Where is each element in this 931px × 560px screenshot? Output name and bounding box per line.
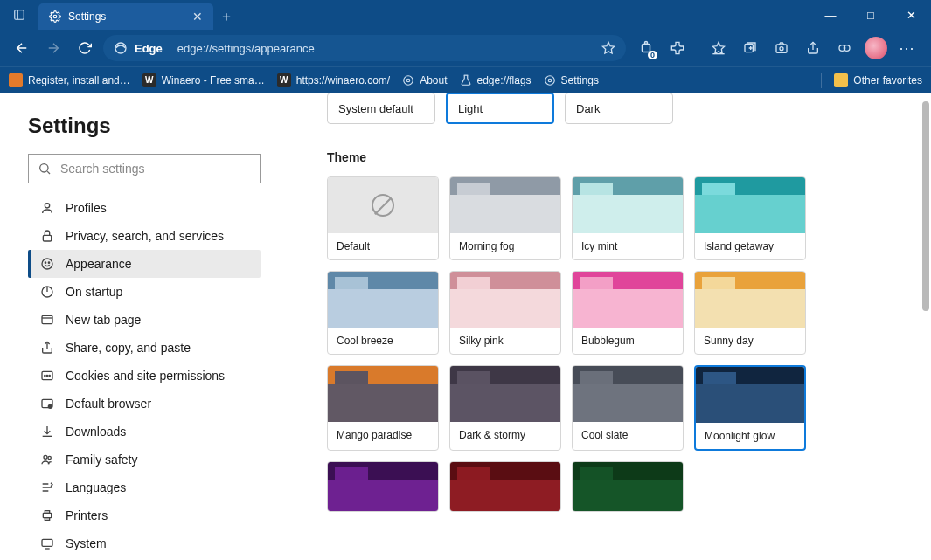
theme-card[interactable]: Bubblegum (572, 271, 684, 355)
color-mode-dark[interactable]: Dark (565, 93, 673, 124)
performance-button[interactable] (830, 35, 859, 61)
theme-card[interactable]: Morning fog (449, 176, 561, 260)
bookmark-label: Settings (561, 74, 599, 86)
bookmark-item[interactable]: Register, install and… (9, 73, 130, 87)
theme-card[interactable]: Default (327, 176, 439, 260)
sidebar-item-languages[interactable]: Languages (28, 474, 261, 501)
maximize-button[interactable]: □ (851, 0, 891, 30)
sidebar-item-icon (39, 201, 55, 215)
sidebar-item-profiles[interactable]: Profiles (28, 194, 261, 222)
edge-logo-icon (114, 41, 128, 55)
sidebar-item-downloads[interactable]: Downloads (28, 418, 261, 446)
search-input[interactable]: Search settings (28, 154, 261, 183)
other-favorites[interactable]: Other favorites (834, 73, 922, 87)
sidebar-item-share-copy-and-paste[interactable]: Share, copy, and paste (28, 334, 261, 362)
address-brand: Edge (135, 42, 163, 55)
svg-rect-29 (42, 315, 52, 323)
theme-label: Island getaway (695, 233, 805, 259)
theme-card[interactable]: Icy mint (572, 176, 684, 260)
content-scrollbar-thumb[interactable] (922, 101, 929, 311)
collections-button[interactable] (735, 35, 765, 61)
back-button[interactable] (9, 35, 35, 61)
theme-preview (450, 462, 560, 512)
bookmark-item[interactable]: About (402, 74, 447, 86)
content-scrollbar-track[interactable] (919, 93, 931, 560)
theme-card[interactable]: Moonlight glow (694, 365, 806, 451)
browser-toolbar: Edge edge://settings/appearance 0 ⋯ (0, 30, 931, 66)
theme-preview (328, 272, 438, 328)
extensions-button[interactable]: 0 (631, 35, 661, 61)
forward-button[interactable] (40, 35, 66, 61)
svg-rect-43 (45, 518, 49, 521)
favorite-star-icon[interactable] (601, 41, 615, 55)
svg-point-18 (548, 79, 552, 82)
gear-icon (402, 74, 414, 86)
search-icon (38, 162, 52, 176)
svg-point-35 (49, 375, 50, 376)
sidebar-item-icon (39, 508, 55, 522)
bookmark-item[interactable]: Settings (544, 74, 599, 86)
sidebar-item-label: Cookies and site permissions (66, 369, 225, 383)
theme-card[interactable]: Sunny day (694, 271, 806, 355)
extensions-menu-button[interactable] (663, 35, 692, 61)
sidebar-item-label: Family safety (66, 453, 137, 467)
screenshot-button[interactable] (767, 35, 796, 61)
sidebar-item-label: Profiles (66, 201, 107, 215)
bookmark-item[interactable]: edge://flags (460, 74, 532, 86)
bookmark-label: https://winaero.com/ (296, 74, 390, 86)
theme-card[interactable]: Cool slate (572, 365, 684, 451)
theme-card[interactable] (449, 461, 561, 512)
svg-rect-41 (43, 513, 51, 517)
sidebar-item-new-tab-page[interactable]: New tab page (28, 306, 261, 334)
browser-tab[interactable]: Settings ✕ (38, 3, 213, 30)
color-mode-light[interactable]: Light (446, 93, 554, 124)
app-menu-button[interactable]: ⋯ (893, 35, 922, 61)
sidebar-item-printers[interactable]: Printers (28, 501, 261, 529)
sidebar-item-appearance[interactable]: Appearance (28, 250, 261, 278)
theme-label: Sunny day (695, 328, 805, 354)
favorites-button[interactable] (704, 35, 733, 61)
theme-preview (573, 272, 683, 328)
theme-preview (328, 462, 438, 512)
minimize-button[interactable]: — (810, 0, 851, 30)
bookmark-favicon (9, 73, 23, 87)
address-bar[interactable]: Edge edge://settings/appearance (103, 35, 626, 61)
sidebar-item-default-browser[interactable]: Default browser (28, 390, 261, 418)
theme-card[interactable]: Dark & stormy (449, 365, 561, 451)
new-tab-button[interactable]: ＋ (213, 3, 240, 30)
theme-card[interactable]: Mango paradise (327, 365, 439, 451)
svg-line-21 (47, 171, 50, 174)
theme-heading: Theme (327, 150, 910, 164)
page-title: Settings (28, 114, 288, 138)
svg-rect-23 (43, 235, 51, 241)
theme-card[interactable] (572, 461, 684, 512)
window-controls: — □ ✕ (810, 0, 931, 30)
svg-point-22 (45, 204, 49, 208)
app-menu-icon[interactable] (0, 0, 38, 30)
sidebar-item-on-startup[interactable]: On startup (28, 278, 261, 306)
refresh-button[interactable] (72, 35, 98, 61)
address-separator (170, 41, 170, 55)
theme-preview (328, 177, 438, 233)
svg-point-26 (48, 262, 49, 263)
sidebar-item-privacy-search-and-services[interactable]: Privacy, search, and services (28, 222, 261, 250)
settings-sidebar: Settings Search settings ProfilesPrivacy… (0, 93, 306, 560)
bookmark-label: Register, install and… (28, 74, 130, 86)
svg-point-40 (48, 456, 51, 459)
close-tab-icon[interactable]: ✕ (192, 10, 203, 24)
theme-card[interactable] (327, 461, 439, 512)
theme-card[interactable]: Island getaway (694, 176, 806, 260)
share-button[interactable] (798, 35, 828, 61)
bookmark-item[interactable]: WWinaero - Free sma… (142, 73, 265, 87)
sidebar-item-label: Languages (66, 480, 126, 494)
sidebar-item-family-safety[interactable]: Family safety (28, 446, 261, 474)
theme-card[interactable]: Silky pink (449, 271, 561, 355)
close-window-button[interactable]: ✕ (891, 0, 931, 30)
profile-avatar[interactable] (861, 35, 891, 61)
sidebar-item-system[interactable]: System (28, 529, 261, 557)
toolbar-divider (698, 39, 698, 57)
bookmark-item[interactable]: Whttps://winaero.com/ (277, 73, 390, 87)
theme-card[interactable]: Cool breeze (327, 271, 439, 355)
sidebar-item-cookies-and-site-permissions[interactable]: Cookies and site permissions (28, 362, 261, 390)
color-mode-system-default[interactable]: System default (327, 93, 435, 124)
